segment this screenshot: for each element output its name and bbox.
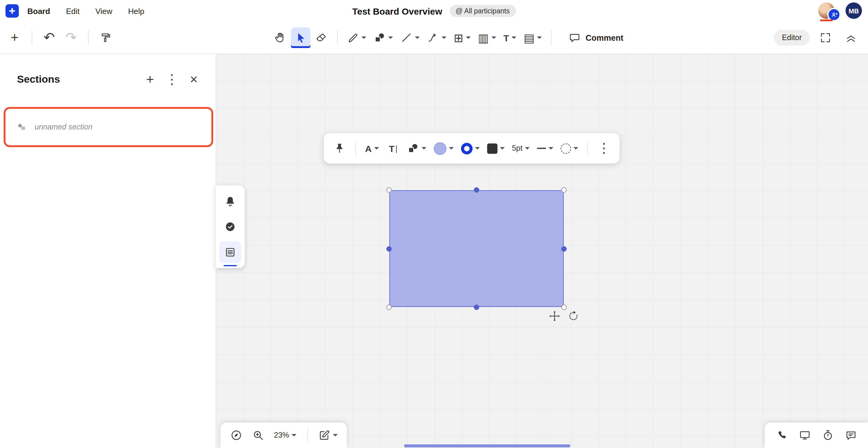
border-color-swatch	[461, 143, 472, 154]
select-tool[interactable]	[291, 27, 310, 48]
add-button[interactable]: +	[5, 27, 24, 48]
locate-button[interactable]	[226, 425, 246, 446]
comment-button[interactable]: Comment	[562, 27, 629, 48]
text-color-dropdown[interactable]	[484, 138, 508, 159]
pin-toolbar-button[interactable]	[330, 138, 349, 159]
pencil-square-icon	[318, 429, 331, 441]
resize-handle-bottom-middle[interactable]	[474, 304, 479, 310]
participants-badge[interactable]: @ All participants	[450, 5, 516, 17]
pan-tool[interactable]	[270, 27, 290, 48]
resize-handle-bottom-left[interactable]	[386, 304, 392, 310]
editor-mode-button[interactable]: Editor	[774, 30, 810, 46]
avatar-mb[interactable]: MB	[845, 2, 862, 19]
border-style-dropdown[interactable]	[558, 138, 581, 159]
menu-view[interactable]: View	[95, 6, 112, 16]
menu-help[interactable]: Help	[128, 6, 145, 16]
menu-board[interactable]: Board	[27, 6, 50, 16]
menu-edit[interactable]: Edit	[66, 6, 80, 16]
stroke-width-dropdown[interactable]: 5pt	[509, 138, 533, 159]
board-canvas[interactable]: A T 5pt	[216, 54, 868, 448]
pen-tool-dropdown[interactable]	[344, 27, 369, 48]
fullscreen-icon	[819, 32, 832, 44]
menu-items: Board Edit View Help	[27, 6, 144, 16]
canvas-left-rail	[216, 185, 245, 268]
move-handle[interactable]	[547, 309, 562, 323]
eraser-tool[interactable]	[312, 27, 331, 48]
line-style-icon	[537, 148, 546, 149]
chevron-down-icon	[333, 434, 338, 437]
divider	[337, 30, 338, 45]
selected-rectangle-shape[interactable]	[390, 190, 564, 307]
chevron-down-icon	[388, 36, 393, 39]
chevron-down-icon	[449, 147, 454, 150]
close-icon: ×	[190, 73, 198, 86]
zoom-in-button[interactable]	[248, 425, 268, 446]
line-tool-dropdown[interactable]	[397, 27, 423, 48]
horizontal-scrollbar[interactable]	[404, 444, 570, 447]
chevron-down-icon	[525, 147, 530, 150]
fill-color-dropdown[interactable]	[431, 138, 457, 159]
divider	[307, 428, 308, 443]
undo-button[interactable]: ↶	[39, 27, 59, 48]
tasks-button[interactable]	[219, 216, 241, 238]
card-tool-dropdown[interactable]: ▥	[475, 27, 499, 48]
border-color-dropdown[interactable]	[458, 138, 483, 159]
more-options-button[interactable]: ⋮	[594, 138, 614, 159]
board-title[interactable]: Test Board Overview	[352, 6, 442, 16]
shape-swap-dropdown[interactable]	[404, 138, 429, 159]
shape-tool-dropdown[interactable]	[371, 27, 396, 48]
chat-button[interactable]	[841, 425, 861, 446]
fullscreen-button[interactable]	[816, 27, 835, 48]
text-style-button[interactable]: T	[383, 138, 403, 159]
text-tool-dropdown[interactable]: T	[500, 27, 519, 48]
font-icon: A	[365, 143, 372, 153]
chevron-down-icon	[574, 147, 578, 150]
chevron-down-icon	[442, 36, 446, 39]
redo-button[interactable]: ↷	[61, 27, 81, 48]
text-tool-icon: T	[503, 32, 509, 43]
magnifier-plus-icon	[252, 429, 264, 441]
connector-tool-dropdown[interactable]	[424, 27, 450, 48]
move-icon	[549, 310, 561, 322]
font-dropdown[interactable]: A	[362, 138, 382, 159]
timer-button[interactable]	[818, 425, 838, 446]
check-circle-icon	[224, 221, 236, 233]
section-list-item[interactable]: unnamed section	[4, 107, 213, 147]
section-thumbnail-icon	[17, 122, 27, 132]
line-style-dropdown[interactable]	[534, 138, 556, 159]
resize-handle-top-middle[interactable]	[474, 187, 479, 193]
sections-rail-button[interactable]	[219, 241, 241, 263]
call-button[interactable]	[772, 425, 792, 446]
chevron-down-icon	[374, 147, 379, 150]
kebab-icon: ⋮	[165, 73, 179, 86]
sections-more-button[interactable]: ⋮	[162, 69, 182, 90]
redo-icon: ↷	[66, 31, 77, 44]
resize-handle-middle-left[interactable]	[386, 246, 392, 251]
notifications-button[interactable]	[219, 190, 241, 212]
resize-handle-top-left[interactable]	[386, 187, 392, 193]
undo-icon: ↶	[44, 31, 55, 44]
collapse-toolbar-button[interactable]	[841, 27, 861, 48]
format-painter-icon	[100, 32, 112, 44]
plus-icon: +	[11, 31, 19, 44]
timer-icon	[822, 429, 834, 441]
zoom-level-dropdown[interactable]: 23%	[270, 425, 300, 445]
rotate-handle[interactable]	[566, 309, 581, 323]
present-button[interactable]	[795, 425, 814, 446]
sections-panel: Sections + ⋮ × unnamed section	[0, 54, 216, 448]
toolbar-right: Editor	[774, 27, 861, 48]
close-panel-button[interactable]: ×	[184, 69, 204, 90]
user-avatar[interactable]	[818, 2, 835, 19]
add-collaborator-button[interactable]	[827, 8, 841, 21]
note-tool-dropdown[interactable]: ▤	[521, 27, 545, 48]
divider	[355, 141, 356, 156]
draw-settings-dropdown[interactable]	[315, 425, 341, 446]
resize-handle-middle-right[interactable]	[561, 246, 567, 251]
app-logo[interactable]	[5, 4, 19, 18]
sections-actions: + ⋮ ×	[140, 69, 204, 90]
format-painter-button[interactable]	[96, 27, 116, 48]
zoom-bar: 23%	[220, 422, 347, 448]
resize-handle-top-right[interactable]	[561, 187, 567, 193]
table-tool-dropdown[interactable]: ⊞	[451, 27, 474, 48]
add-section-button[interactable]: +	[140, 69, 160, 90]
